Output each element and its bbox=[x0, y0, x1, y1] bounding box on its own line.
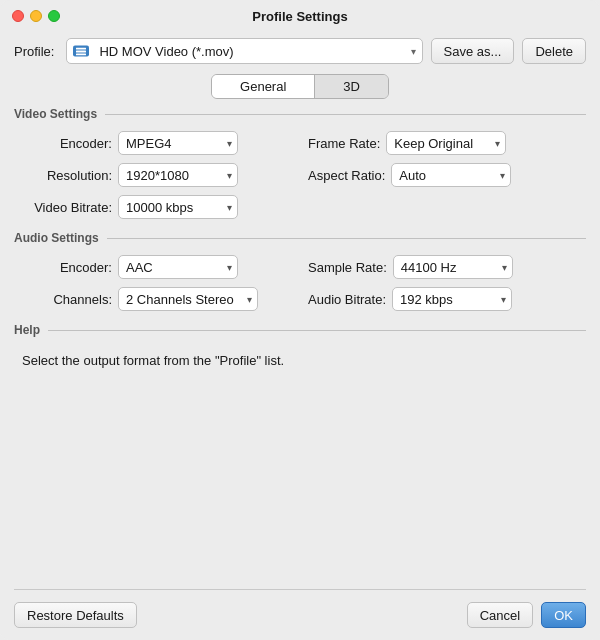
audio-section-title: Audio Settings bbox=[14, 231, 99, 245]
video-bitrate-select-wrapper: 10000 kbps bbox=[118, 195, 238, 219]
framerate-label: Frame Rate: bbox=[308, 136, 380, 151]
framerate-select[interactable]: Keep Original bbox=[386, 131, 506, 155]
video-bitrate-select[interactable]: 10000 kbps bbox=[118, 195, 238, 219]
svg-rect-0 bbox=[76, 47, 86, 49]
tab-general[interactable]: General bbox=[212, 75, 315, 98]
content-area: Video Settings Encoder: MPEG4 Frame Rate… bbox=[0, 107, 600, 589]
encoder-row: Encoder: MPEG4 bbox=[22, 131, 292, 155]
samplerate-select[interactable]: 44100 Hz bbox=[393, 255, 513, 279]
audio-bitrate-select[interactable]: 192 kbps bbox=[392, 287, 512, 311]
help-section-title: Help bbox=[14, 323, 40, 337]
audio-bitrate-select-wrapper: 192 kbps bbox=[392, 287, 512, 311]
window-title: Profile Settings bbox=[252, 9, 347, 24]
svg-rect-2 bbox=[76, 53, 86, 55]
channels-select-wrapper: 2 Channels Stereo bbox=[118, 287, 258, 311]
resolution-label: Resolution: bbox=[22, 168, 112, 183]
title-bar: Profile Settings bbox=[0, 0, 600, 32]
video-bitrate-label: Video Bitrate: bbox=[22, 200, 112, 215]
encoder-label: Encoder: bbox=[22, 136, 112, 151]
cancel-button[interactable]: Cancel bbox=[467, 602, 533, 628]
help-section: Help Select the output format from the "… bbox=[14, 323, 586, 368]
traffic-lights bbox=[12, 10, 60, 22]
audio-section-divider bbox=[107, 238, 586, 239]
video-bitrate-row: Video Bitrate: 10000 kbps bbox=[22, 195, 292, 219]
bottom-bar: Restore Defaults Cancel OK bbox=[0, 594, 600, 640]
audio-form-grid: Encoder: AAC Sample Rate: 44100 Hz bbox=[14, 255, 586, 311]
bottom-right-buttons: Cancel OK bbox=[467, 602, 586, 628]
restore-defaults-button[interactable]: Restore Defaults bbox=[14, 602, 137, 628]
resolution-row: Resolution: 1920*1080 bbox=[22, 163, 292, 187]
audio-encoder-label: Encoder: bbox=[22, 260, 112, 275]
tabs-container: General 3D bbox=[0, 74, 600, 99]
audio-encoder-select[interactable]: AAC bbox=[118, 255, 238, 279]
profile-select-container[interactable]: HD MOV Video (*.mov) ▾ bbox=[66, 38, 422, 64]
toolbar: Profile: HD MOV Video (*.mov) ▾ Save as.… bbox=[0, 32, 600, 74]
audio-bitrate-row: Audio Bitrate: 192 kbps bbox=[308, 287, 578, 311]
profile-icon bbox=[73, 46, 89, 57]
channels-select[interactable]: 2 Channels Stereo bbox=[118, 287, 258, 311]
profile-label: Profile: bbox=[14, 44, 54, 59]
help-section-divider bbox=[48, 330, 586, 331]
profile-dropdown[interactable]: HD MOV Video (*.mov) bbox=[73, 38, 408, 64]
resolution-select[interactable]: 1920*1080 bbox=[118, 163, 238, 187]
help-section-header: Help bbox=[14, 323, 586, 337]
encoder-select-wrapper: MPEG4 bbox=[118, 131, 238, 155]
video-form-grid: Encoder: MPEG4 Frame Rate: Keep Original bbox=[14, 131, 586, 219]
bottom-divider bbox=[14, 589, 586, 590]
samplerate-select-wrapper: 44100 Hz bbox=[393, 255, 513, 279]
aspect-select-wrapper: Auto bbox=[391, 163, 511, 187]
audio-settings-section: Audio Settings Encoder: AAC Sample Rate: bbox=[14, 231, 586, 311]
profile-settings-window: Profile Settings Profile: HD MOV Video (… bbox=[0, 0, 600, 640]
video-section-title: Video Settings bbox=[14, 107, 97, 121]
minimize-button[interactable] bbox=[30, 10, 42, 22]
framerate-select-wrapper: Keep Original bbox=[386, 131, 506, 155]
video-settings-section: Video Settings Encoder: MPEG4 Frame Rate… bbox=[14, 107, 586, 219]
delete-button[interactable]: Delete bbox=[522, 38, 586, 64]
channels-row: Channels: 2 Channels Stereo bbox=[22, 287, 292, 311]
close-button[interactable] bbox=[12, 10, 24, 22]
svg-rect-1 bbox=[76, 50, 86, 52]
help-text: Select the output format from the "Profi… bbox=[14, 347, 586, 368]
audio-bitrate-label: Audio Bitrate: bbox=[308, 292, 386, 307]
channels-label: Channels: bbox=[22, 292, 112, 307]
profile-chevron-icon: ▾ bbox=[411, 46, 416, 57]
maximize-button[interactable] bbox=[48, 10, 60, 22]
samplerate-label: Sample Rate: bbox=[308, 260, 387, 275]
resolution-select-wrapper: 1920*1080 bbox=[118, 163, 238, 187]
audio-encoder-row: Encoder: AAC bbox=[22, 255, 292, 279]
aspect-label: Aspect Ratio: bbox=[308, 168, 385, 183]
aspect-row: Aspect Ratio: Auto bbox=[308, 163, 578, 187]
audio-encoder-select-wrapper: AAC bbox=[118, 255, 238, 279]
framerate-row: Frame Rate: Keep Original bbox=[308, 131, 578, 155]
tab-3d[interactable]: 3D bbox=[315, 75, 388, 98]
audio-section-header: Audio Settings bbox=[14, 231, 586, 245]
aspect-select[interactable]: Auto bbox=[391, 163, 511, 187]
encoder-select[interactable]: MPEG4 bbox=[118, 131, 238, 155]
samplerate-row: Sample Rate: 44100 Hz bbox=[308, 255, 578, 279]
ok-button[interactable]: OK bbox=[541, 602, 586, 628]
tab-group: General 3D bbox=[211, 74, 389, 99]
video-section-divider bbox=[105, 114, 586, 115]
video-section-header: Video Settings bbox=[14, 107, 586, 121]
save-as-button[interactable]: Save as... bbox=[431, 38, 515, 64]
